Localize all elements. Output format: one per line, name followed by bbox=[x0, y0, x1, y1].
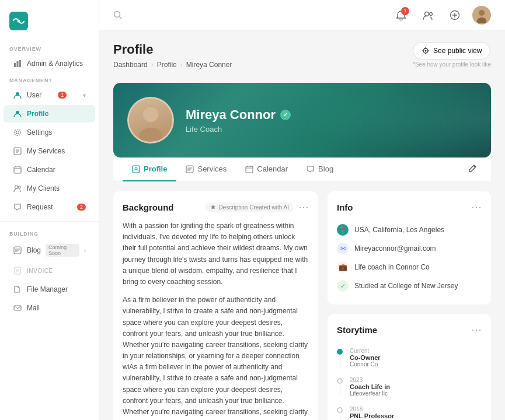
left-column: Background Description Created with AI ⋯… bbox=[113, 191, 318, 420]
timeline-place-current: Connor Co bbox=[350, 361, 482, 368]
tab-services[interactable]: Services bbox=[176, 158, 236, 181]
tabs-bar: Profile Services Calendar Blog bbox=[113, 158, 491, 182]
ai-badge-label: Description Created with AI bbox=[218, 204, 289, 211]
calendar-label: Calendar bbox=[27, 166, 55, 174]
profile-title: Life Coach bbox=[186, 125, 291, 134]
chart-icon bbox=[13, 59, 22, 68]
profile-avatar bbox=[127, 97, 174, 144]
blog-icon bbox=[13, 246, 22, 255]
right-column: Info ⋯ 📍 USA, California, Los Angeles ✉ … bbox=[328, 191, 491, 420]
sidebar-item-profile[interactable]: Profile bbox=[4, 105, 95, 123]
info-edu-text: Studied at College of New Jersey bbox=[354, 282, 458, 290]
svg-point-28 bbox=[135, 167, 137, 169]
sidebar: OVERVIEW Admin & Analytics MANAGEMENT Us… bbox=[0, 0, 99, 420]
background-paragraph-1: With a passion for igniting the spark of… bbox=[123, 220, 309, 288]
sidebar-item-invoice[interactable]: INVOICE bbox=[4, 262, 95, 279]
topbar: 1 bbox=[99, 0, 505, 30]
info-email-text: Mireyaconnor@gmail.com bbox=[354, 244, 436, 253]
request-label: Request bbox=[27, 203, 53, 211]
sidebar-item-user[interactable]: User 1 ▾ bbox=[4, 86, 95, 104]
sep1: › bbox=[151, 61, 154, 69]
svg-rect-3 bbox=[17, 61, 19, 67]
mail-icon bbox=[13, 303, 22, 313]
breadcrumb-profile[interactable]: Profile bbox=[157, 61, 177, 69]
info-work-text: Life coach in Connor Co bbox=[354, 263, 430, 271]
sidebar-item-my-clients[interactable]: My Clients bbox=[4, 180, 95, 197]
timeline-dot-2018 bbox=[337, 407, 343, 413]
user-icon bbox=[13, 90, 22, 100]
building-label: BUILDING bbox=[0, 226, 99, 239]
settings-label: Settings bbox=[27, 128, 52, 136]
svg-point-20 bbox=[479, 10, 485, 16]
my-services-label: My Services bbox=[27, 147, 65, 155]
tab-calendar-label: Calendar bbox=[257, 164, 288, 173]
sidebar-item-my-services[interactable]: My Services bbox=[4, 142, 95, 160]
overview-label: OVERVIEW bbox=[0, 41, 99, 54]
svg-point-1 bbox=[18, 20, 20, 23]
svg-point-26 bbox=[143, 107, 158, 122]
user-avatar[interactable] bbox=[472, 6, 491, 24]
timeline-role-2018: PNL Professor bbox=[350, 412, 482, 419]
edu-icon: ✓ bbox=[337, 280, 349, 292]
tab-blog[interactable]: Blog bbox=[297, 158, 343, 181]
verified-badge: ✓ bbox=[280, 110, 291, 120]
tab-blog-label: Blog bbox=[318, 164, 333, 173]
tab-calendar[interactable]: Calendar bbox=[236, 158, 297, 181]
notification-badge: 1 bbox=[401, 7, 409, 15]
timeline-year-current: Current bbox=[350, 348, 482, 354]
file-icon bbox=[13, 285, 22, 294]
tab-profile[interactable]: Profile bbox=[123, 158, 176, 181]
user-badge: 1 bbox=[58, 92, 67, 99]
invoice-icon bbox=[13, 266, 22, 275]
info-card: Info ⋯ 📍 USA, California, Los Angeles ✉ … bbox=[328, 191, 491, 304]
edit-profile-button[interactable] bbox=[463, 159, 482, 180]
tab-services-label: Services bbox=[197, 164, 227, 173]
sidebar-item-calendar[interactable]: Calendar bbox=[4, 161, 95, 178]
sidebar-item-request[interactable]: Request 2 bbox=[4, 198, 95, 216]
email-icon: ✉ bbox=[337, 243, 349, 254]
svg-rect-4 bbox=[19, 60, 21, 67]
timeline-item-2018: 2018 PNL Professor in HOLOS bbox=[337, 406, 482, 420]
timeline-dot-current bbox=[337, 349, 343, 355]
contacts-button[interactable] bbox=[419, 6, 437, 24]
storytime-card: Storytime ⋯ Current Co-Owner bbox=[328, 314, 491, 420]
page-title: Profile bbox=[113, 42, 232, 57]
timeline-item-2023: 2023 Coach Life in Lifeoverfear llc bbox=[337, 377, 482, 397]
timeline-item-current: Current Co-Owner Connor Co bbox=[337, 348, 482, 368]
info-location: 📍 USA, California, Los Angeles bbox=[337, 220, 482, 239]
svg-rect-2 bbox=[14, 63, 16, 67]
profile-banner: Mireya Connor ✓ Life Coach bbox=[113, 83, 491, 158]
tab-profile-label: Profile bbox=[144, 164, 167, 173]
public-view-btn-label: See public view bbox=[433, 47, 482, 55]
info-menu-button[interactable]: ⋯ bbox=[471, 201, 482, 214]
background-menu-button[interactable]: ⋯ bbox=[298, 201, 309, 214]
sidebar-item-settings[interactable]: Settings bbox=[4, 124, 95, 141]
sidebar-item-blog[interactable]: Blog Coming Soon › bbox=[4, 240, 95, 261]
svg-point-7 bbox=[16, 131, 19, 134]
see-public-view-button[interactable]: See public view bbox=[413, 42, 490, 60]
info-education: ✓ Studied at College of New Jersey bbox=[337, 276, 482, 295]
background-header: Background Description Created with AI ⋯ bbox=[123, 201, 309, 214]
timeline-dot-2023 bbox=[337, 378, 343, 384]
sidebar-item-admin[interactable]: Admin & Analytics bbox=[4, 55, 95, 72]
breadcrumb-dashboard[interactable]: Dashboard bbox=[113, 61, 148, 69]
background-card: Background Description Created with AI ⋯… bbox=[113, 191, 318, 420]
add-button[interactable] bbox=[445, 6, 464, 24]
sidebar-item-file-manager[interactable]: File Manager bbox=[4, 281, 95, 298]
sidebar-item-mail[interactable]: Mail bbox=[4, 299, 95, 317]
profile-icon bbox=[13, 109, 22, 118]
profile-info: Mireya Connor ✓ Life Coach bbox=[186, 107, 291, 134]
profile-name: Mireya Connor bbox=[186, 107, 276, 123]
storytime-menu-button[interactable]: ⋯ bbox=[471, 323, 482, 336]
topbar-right: 1 bbox=[392, 6, 491, 24]
public-view-note: *See how your profile look like bbox=[413, 61, 491, 68]
logo[interactable] bbox=[0, 7, 99, 41]
user-label: User bbox=[27, 91, 41, 99]
blog-chevron-icon: › bbox=[84, 247, 86, 254]
notifications-button[interactable]: 1 bbox=[392, 6, 410, 24]
svg-point-23 bbox=[425, 50, 427, 52]
breadcrumb: Dashboard › Profile › Mireya Conner bbox=[113, 61, 232, 69]
timeline-year-2023: 2023 bbox=[350, 377, 482, 383]
search-button[interactable] bbox=[113, 10, 123, 20]
blog-label: Blog bbox=[27, 246, 41, 254]
